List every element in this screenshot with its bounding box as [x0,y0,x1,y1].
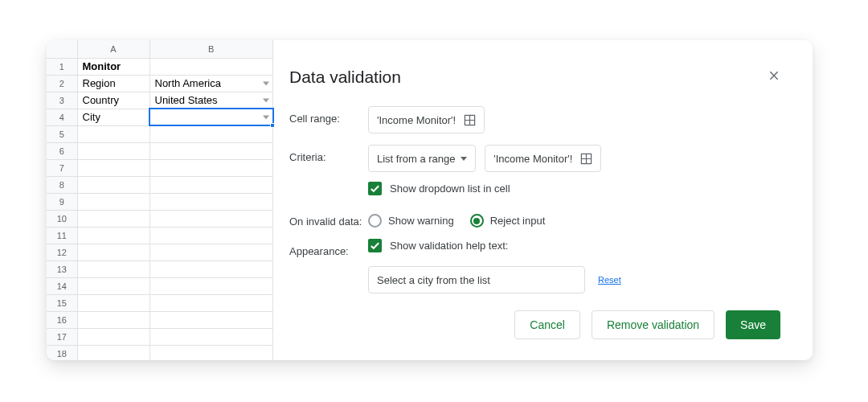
row-header[interactable]: 18 [47,345,77,360]
row-header[interactable]: 9 [47,193,77,210]
cell[interactable] [77,227,149,244]
appearance-label: Appearance: [289,239,368,257]
row-header[interactable]: 1 [47,58,77,75]
cell[interactable] [149,210,273,227]
fill-handle[interactable] [270,123,275,128]
reset-link[interactable]: Reset [598,275,621,285]
row-header[interactable]: 8 [47,176,77,193]
cell[interactable] [149,58,273,75]
cell-range-label: Cell range: [289,106,368,125]
checkbox-checked-icon [368,239,382,252]
cell-range-value: 'Income Monitor'! [377,114,456,126]
cell[interactable] [77,311,149,328]
row-header[interactable]: 11 [47,227,77,244]
cell-range-input[interactable]: 'Income Monitor'! [368,106,485,133]
cell[interactable]: United States [149,92,273,109]
row-header[interactable]: 15 [47,294,77,311]
spreadsheet[interactable]: AB1Monitor2RegionNorth America3CountryUn… [47,40,273,360]
row-header[interactable]: 3 [47,92,77,109]
column-header[interactable]: B [149,40,273,58]
reject-input-label: Reject input [490,215,546,227]
show-warning-label: Show warning [388,215,454,227]
row-header[interactable]: 7 [47,159,77,176]
criteria-label: Criteria: [289,145,368,163]
cell[interactable] [77,210,149,227]
row-header[interactable]: 13 [47,260,77,277]
cell[interactable] [77,159,149,176]
show-dropdown-label: Show dropdown list in cell [390,183,510,195]
select-range-icon[interactable] [464,114,476,126]
select-all-corner[interactable] [47,40,77,58]
row-header[interactable]: 17 [47,328,77,345]
criteria-type-value: List from a range [377,153,456,165]
cell[interactable] [77,277,149,294]
cell[interactable] [77,176,149,193]
on-invalid-label: On invalid data: [289,209,368,228]
data-validation-dialog: Data validation Cell range: 'Income Moni… [273,40,813,360]
radio-checked-icon [470,214,484,228]
show-help-text-checkbox[interactable]: Show validation help text: [368,239,508,252]
criteria-range-value: 'Income Monitor'! [493,153,572,165]
criteria-range-input[interactable]: 'Income Monitor'! [485,145,601,172]
close-icon[interactable] [768,69,784,85]
cell[interactable]: North America [149,75,273,92]
select-range-icon[interactable] [580,153,592,165]
cell[interactable] [77,142,149,159]
criteria-type-dropdown[interactable]: List from a range [368,145,476,172]
cell[interactable]: Monitor [77,58,149,75]
cell[interactable] [149,345,273,360]
cancel-button[interactable]: Cancel [514,310,580,339]
row-header[interactable]: 16 [47,311,77,328]
show-help-text-label: Show validation help text: [390,240,508,252]
cell[interactable]: Region [77,75,149,92]
cell[interactable] [77,125,149,142]
cell[interactable] [149,109,273,125]
cell[interactable] [149,260,273,277]
cell[interactable] [149,277,273,294]
cell[interactable] [149,244,273,260]
cell-dropdown-icon[interactable] [263,81,269,85]
cell[interactable] [77,328,149,345]
row-header[interactable]: 5 [47,125,77,142]
row-header[interactable]: 2 [47,75,77,92]
cell[interactable] [149,328,273,345]
dialog-title: Data validation [289,68,780,87]
dialog-footer: Cancel Remove validation Save [514,310,780,339]
checkbox-checked-icon [368,182,382,195]
cell[interactable]: City [77,109,149,125]
row-header[interactable]: 4 [47,109,77,125]
cell-dropdown-icon[interactable] [263,98,269,102]
cell[interactable] [77,260,149,277]
show-warning-radio[interactable]: Show warning [368,214,454,228]
row-header[interactable]: 14 [47,277,77,294]
show-dropdown-checkbox[interactable]: Show dropdown list in cell [368,182,510,195]
cell[interactable] [149,125,273,142]
cell[interactable] [77,294,149,311]
cell[interactable] [149,159,273,176]
cell[interactable] [149,176,273,193]
chevron-down-icon [461,157,467,161]
column-header[interactable]: A [77,40,149,58]
reject-input-radio[interactable]: Reject input [470,214,546,228]
cell[interactable] [149,311,273,328]
cell[interactable] [77,244,149,260]
save-button[interactable]: Save [726,310,780,339]
radio-unchecked-icon [368,214,382,228]
row-header[interactable]: 6 [47,142,77,159]
cell-dropdown-icon[interactable] [263,115,269,119]
cell[interactable] [149,142,273,159]
cell[interactable] [149,227,273,244]
row-header[interactable]: 12 [47,244,77,260]
cell[interactable] [77,193,149,210]
cell[interactable]: Country [77,92,149,109]
row-header[interactable]: 10 [47,210,77,227]
cell[interactable] [149,193,273,210]
help-text-input[interactable] [368,266,585,293]
cell[interactable] [149,294,273,311]
remove-validation-button[interactable]: Remove validation [592,310,714,339]
cell[interactable] [77,345,149,360]
